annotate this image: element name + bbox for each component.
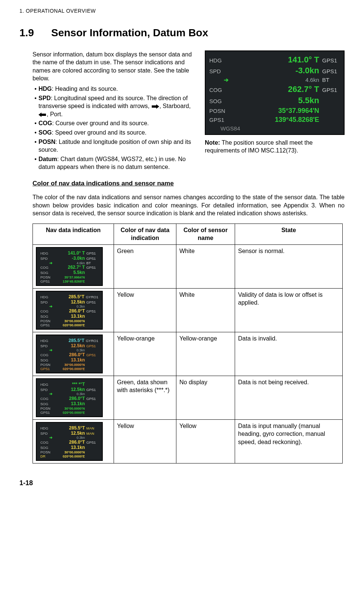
section-number: 1.9 (19, 26, 51, 40)
section-title-text: Sensor Information, Datum Box (51, 27, 208, 38)
arrow-right-icon: ➔ (209, 76, 229, 84)
starboard-arrow-icon (151, 105, 159, 108)
nav-data-table: Nav data indication Color of nav data in… (33, 224, 343, 463)
table-row: HDG285.5°TMAN SPD12.5knMAN ➔0.3kn COG286… (33, 419, 343, 463)
bullet-list: • HDG: Heading and its source. • SPD: Lo… (33, 85, 197, 171)
chapter-header: 1. OPERATIONAL OVERVIEW (19, 7, 345, 15)
bullet-sog: • SOG: Speed over ground and its source. (33, 129, 197, 137)
bullet-datum: • Datum: Chart datum (WGS84, WGS72, etc.… (33, 155, 197, 171)
thumb-asterisks: HDG*** *°T SPD12.5knGPS1 ➔0.3kn COG286.0… (36, 378, 103, 417)
port-arrow-icon (38, 113, 47, 117)
subheading: Color of nav data indications and sensor… (33, 179, 345, 188)
page-number: 1-18 (19, 478, 345, 487)
thumb-orange: HDG285.5°TGYRO1 SPD12.5knGPS1 ➔0.3kn COG… (36, 335, 103, 373)
bullet-hdg: • HDG: Heading and its source. (33, 85, 197, 93)
table-row: HDG141.0° TGPS1 SPD-3.0knGPS1 ➔4.6knBT C… (33, 244, 343, 288)
section-title: 1.9Sensor Information, Datum Box (19, 26, 345, 40)
bullet-cog: • COG: Course over ground and its source… (33, 119, 197, 127)
color-paragraph: The color of the nav data indications an… (33, 193, 345, 218)
bullet-posn: • POSN: Latitude and longitude position … (33, 138, 197, 154)
thumb-normal: HDG141.0° TGPS1 SPD-3.0knGPS1 ➔4.6knBT C… (36, 247, 103, 286)
thumb-manual: HDG285.5°TMAN SPD12.5knMAN ➔0.3kn COG286… (36, 422, 103, 461)
bullet-spd: • SPD: Longitudinal speed and its source… (33, 94, 197, 118)
table-row: HDG285.5°TGYRO1 SPD12.5knGPS1 ➔0.3kn COG… (33, 288, 343, 332)
thumb-yellow-white: HDG285.5°TGYRO1 SPD12.5knGPS1 ➔0.3kn COG… (36, 291, 103, 330)
note: Note: The position source shall meet the… (205, 139, 345, 155)
datum-box-screenshot: HDG 141.0° T GPS1 SPD -3.0kn GPS1 ➔ 4.6k… (205, 50, 345, 135)
table-row: HDG*** *°T SPD12.5knGPS1 ➔0.3kn COG286.0… (33, 376, 343, 419)
table-row: HDG285.5°TGYRO1 SPD12.5knGPS1 ➔0.3kn COG… (33, 332, 343, 376)
intro-lead: Sensor information, datum box displays t… (33, 50, 197, 83)
